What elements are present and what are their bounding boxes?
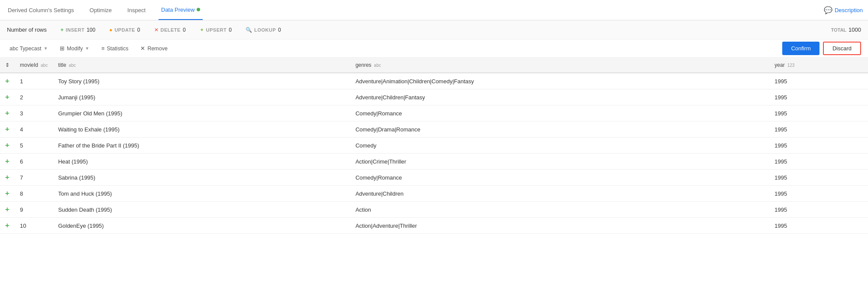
cell-year: 1995: [769, 154, 868, 170]
nav-data-preview[interactable]: Data Preview: [159, 0, 203, 20]
cell-genres: Adventure|Children|Fantasy: [350, 89, 770, 105]
cell-genres: Comedy|Romance: [350, 170, 770, 186]
table-row: + 8 Tom and Huck (1995) Adventure|Childr…: [0, 186, 868, 202]
toolbar-actions: Confirm Discard: [782, 42, 861, 55]
row-add-icon[interactable]: +: [0, 202, 15, 218]
cell-year: 1995: [769, 170, 868, 186]
table-row: + 10 GoldenEye (1995) Action|Adventure|T…: [0, 218, 868, 234]
data-preview-dot: [197, 8, 200, 11]
row-add-icon[interactable]: +: [0, 89, 15, 105]
row-add-icon[interactable]: +: [0, 218, 15, 234]
cell-genres: Adventure|Children: [350, 186, 770, 202]
delete-icon: ✕: [154, 27, 159, 33]
cell-genres: Action: [350, 202, 770, 218]
cell-title: Sudden Death (1995): [53, 202, 350, 218]
stats-bar: Number of rows + INSERT 100 ● UPDATE 0 ✕…: [0, 20, 868, 39]
upsert-stat: ✦ UPSERT 0: [200, 27, 232, 33]
discard-button[interactable]: Discard: [823, 42, 861, 55]
nav-optimize[interactable]: Optimize: [87, 0, 114, 20]
remove-icon: ✕: [140, 45, 145, 52]
top-nav: Derived Column's Settings Optimize Inspe…: [0, 0, 868, 20]
cell-year: 1995: [769, 89, 868, 105]
col-header-add: ⇕: [0, 58, 15, 73]
cell-genres: Action|Adventure|Thriller: [350, 218, 770, 234]
cell-title: Tom and Huck (1995): [53, 186, 350, 202]
row-add-icon[interactable]: +: [0, 186, 15, 202]
table-row: + 4 Waiting to Exhale (1995) Comedy|Dram…: [0, 121, 868, 138]
cell-movieid: 6: [15, 154, 53, 170]
rows-label: Number of rows: [7, 26, 47, 33]
update-icon: ●: [109, 27, 112, 33]
total-stat: TOTAL 1000: [831, 26, 861, 33]
cell-movieid: 5: [15, 138, 53, 154]
insert-icon: +: [61, 27, 64, 33]
cell-genres: Comedy: [350, 138, 770, 154]
cell-year: 1995: [769, 186, 868, 202]
table-row: + 2 Jumanji (1995) Adventure|Children|Fa…: [0, 89, 868, 105]
row-add-icon[interactable]: +: [0, 73, 15, 89]
statistics-label: Statistics: [107, 46, 128, 52]
toolbar: abc Typecast ▼ ⊞ Modify ▼ ≡ Statistics ✕…: [0, 39, 868, 58]
remove-label: Remove: [147, 46, 168, 52]
delete-stat: ✕ DELETE 0: [154, 27, 186, 33]
cell-title: Jumanji (1995): [53, 89, 350, 105]
row-add-icon[interactable]: +: [0, 170, 15, 186]
nav-derived-column[interactable]: Derived Column's Settings: [5, 0, 77, 20]
update-stat: ● UPDATE 0: [109, 27, 140, 33]
modify-icon: ⊞: [60, 45, 65, 52]
modify-chevron: ▼: [85, 46, 89, 51]
cell-genres: Adventure|Animation|Children|Comedy|Fant…: [350, 73, 770, 89]
cell-title: GoldenEye (1995): [53, 218, 350, 234]
cell-year: 1995: [769, 105, 868, 121]
cell-movieid: 7: [15, 170, 53, 186]
sort-icon: ⇕: [5, 62, 10, 68]
table-row: + 7 Sabrina (1995) Comedy|Romance 1995: [0, 170, 868, 186]
lookup-stat: 🔍 LOOKUP 0: [246, 27, 281, 33]
upsert-icon: ✦: [200, 27, 204, 33]
data-table: ⇕ movieId abc title abc: [0, 58, 868, 234]
typecast-label: abc Typecast: [10, 46, 41, 52]
row-add-icon[interactable]: +: [0, 105, 15, 121]
table-row: + 9 Sudden Death (1995) Action 1995: [0, 202, 868, 218]
insert-stat: + INSERT 100: [61, 27, 95, 33]
col-header-year[interactable]: year 123: [769, 58, 868, 73]
cell-movieid: 4: [15, 121, 53, 138]
cell-movieid: 2: [15, 89, 53, 105]
cell-movieid: 3: [15, 105, 53, 121]
cell-year: 1995: [769, 202, 868, 218]
data-table-wrap: ⇕ movieId abc title abc: [0, 58, 868, 234]
cell-movieid: 9: [15, 202, 53, 218]
nav-inspect[interactable]: Inspect: [125, 0, 148, 20]
chat-icon: 💬: [824, 6, 832, 14]
cell-movieid: 1: [15, 73, 53, 89]
modify-button[interactable]: ⊞ Modify ▼: [57, 44, 92, 53]
row-add-icon[interactable]: +: [0, 138, 15, 154]
table-row: + 6 Heat (1995) Action|Crime|Thriller 19…: [0, 154, 868, 170]
col-header-genres[interactable]: genres abc: [350, 58, 770, 73]
col-header-title[interactable]: title abc: [53, 58, 350, 73]
cell-title: Toy Story (1995): [53, 73, 350, 89]
typecast-button[interactable]: abc Typecast ▼: [7, 44, 50, 53]
cell-year: 1995: [769, 218, 868, 234]
statistics-icon: ≡: [101, 46, 104, 52]
statistics-button[interactable]: ≡ Statistics: [99, 44, 131, 53]
table-row: + 5 Father of the Bride Part II (1995) C…: [0, 138, 868, 154]
cell-genres: Action|Crime|Thriller: [350, 154, 770, 170]
confirm-button[interactable]: Confirm: [782, 42, 819, 55]
cell-movieid: 8: [15, 186, 53, 202]
row-add-icon[interactable]: +: [0, 154, 15, 170]
table-row: + 3 Grumpier Old Men (1995) Comedy|Roman…: [0, 105, 868, 121]
cell-title: Grumpier Old Men (1995): [53, 105, 350, 121]
lookup-icon: 🔍: [246, 27, 252, 33]
remove-button[interactable]: ✕ Remove: [138, 44, 170, 53]
modify-label: Modify: [67, 46, 83, 52]
table-row: + 1 Toy Story (1995) Adventure|Animation…: [0, 73, 868, 89]
description-button[interactable]: 💬 Description: [824, 6, 863, 14]
cell-title: Father of the Bride Part II (1995): [53, 138, 350, 154]
row-add-icon[interactable]: +: [0, 121, 15, 138]
cell-year: 1995: [769, 73, 868, 89]
col-header-movieid[interactable]: movieId abc: [15, 58, 53, 73]
cell-genres: Comedy|Drama|Romance: [350, 121, 770, 138]
cell-title: Heat (1995): [53, 154, 350, 170]
cell-title: Sabrina (1995): [53, 170, 350, 186]
